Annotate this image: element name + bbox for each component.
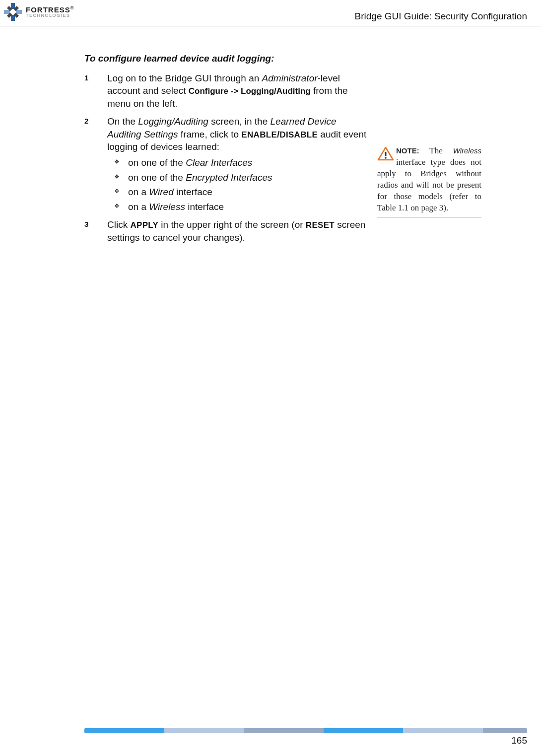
main-column: To configure learned device audit loggin…	[84, 52, 367, 249]
body-text: interface type does not apply to Bridg­e…	[377, 157, 481, 212]
logo-subtext: TECHNOLOGIES	[26, 13, 74, 18]
body-text: interface	[174, 187, 212, 197]
body-text: on a	[128, 187, 149, 197]
body-text: on one of the	[128, 157, 186, 168]
bullet-icon: ❖	[114, 204, 118, 208]
italic-text: Wireless	[149, 202, 185, 212]
step-number: 1	[84, 73, 99, 83]
logo-brand: FORTRESS®	[26, 6, 74, 13]
italic-text: Administrator	[262, 73, 318, 83]
bullet-icon: ❖	[114, 175, 118, 179]
italic-text: Encrypted Interfaces	[186, 172, 272, 183]
step-body: Log on to the Bridge GUI through an Admi…	[107, 73, 348, 109]
italic-text: Logging/Auditing	[138, 116, 208, 127]
step-item: 1Log on to the Bridge GUI through an Adm…	[84, 72, 367, 110]
bullet-icon: ❖	[114, 189, 118, 193]
step-item: 2On the Logging/Auditing screen, in the …	[84, 115, 367, 213]
header-title: Bridge GUI Guide: Security Configuration	[355, 11, 527, 22]
sub-list-item: ❖on a Wireless interface	[107, 201, 367, 213]
body-text: On the	[107, 116, 138, 127]
smallcaps-text: DISABLE	[279, 130, 318, 139]
logo: FORTRESS® TECHNOLOGIES	[3, 2, 74, 22]
body-text: The	[419, 146, 453, 155]
steps-list: 1Log on to the Bridge GUI through an Adm…	[84, 72, 367, 244]
body-text: frame, click to	[178, 129, 242, 139]
content-area: To configure learned device audit loggin…	[84, 52, 527, 249]
body-text: Click	[107, 219, 130, 230]
page-header: FORTRESS® TECHNOLOGIES Bridge GUI Guide:…	[0, 0, 541, 26]
body-text: on one of the	[128, 172, 186, 183]
step-body: On the Logging/Auditing screen, in the L…	[107, 116, 366, 152]
sub-list-item: ❖on one of the Clear Interfaces	[107, 156, 367, 169]
bullet-icon: ❖	[114, 160, 118, 164]
smallcaps-text: ENABLE	[241, 130, 277, 139]
sub-list-item: ❖on a Wired interface	[107, 186, 367, 199]
svg-point-10	[385, 157, 387, 159]
body-text: on a	[128, 202, 149, 212]
page-number: 165	[84, 735, 527, 746]
svg-marker-1	[16, 10, 22, 14]
bold-sans-text: Configure -> Logging/Auditing	[189, 86, 311, 96]
svg-marker-2	[11, 15, 15, 21]
section-heading: To configure learned device audit loggin…	[84, 52, 367, 65]
italic-text: Wired	[149, 187, 173, 197]
step-number: 3	[84, 219, 99, 229]
sub-list-item: ❖on one of the Encrypted Interfaces	[107, 171, 367, 184]
logo-text: FORTRESS® TECHNOLOGIES	[26, 6, 74, 18]
step-item: 3Click APPLY in the upper right of the s…	[84, 218, 367, 244]
italic-text: Clear Interfaces	[186, 157, 252, 168]
body-text: screen, in the	[208, 116, 270, 127]
step-body: Click APPLY in the upper right of the sc…	[107, 219, 365, 243]
note-label: NOTE:	[396, 146, 419, 155]
svg-marker-0	[11, 3, 15, 9]
smallcaps-text: RESET	[306, 220, 335, 230]
logo-mark-icon	[3, 2, 23, 22]
svg-marker-3	[4, 10, 10, 14]
page-footer: 165	[84, 728, 527, 746]
page: FORTRESS® TECHNOLOGIES Bridge GUI Guide:…	[0, 0, 541, 756]
body-text: interface	[185, 202, 224, 212]
sub-list: ❖on one of the Clear Interfaces❖on one o…	[107, 156, 367, 213]
step-number: 2	[84, 116, 99, 126]
svg-rect-9	[385, 152, 387, 156]
side-note: NOTE: The Wire­less interface type does …	[377, 145, 481, 217]
smallcaps-text: APPLY	[130, 220, 158, 230]
footer-bar	[84, 728, 527, 733]
note-italic-text: Wire­less	[453, 146, 481, 155]
note-icon	[377, 146, 394, 161]
body-text: in the upper right of the screen (or	[158, 219, 306, 230]
body-text: Log on to the Bridge GUI through an	[107, 73, 262, 83]
